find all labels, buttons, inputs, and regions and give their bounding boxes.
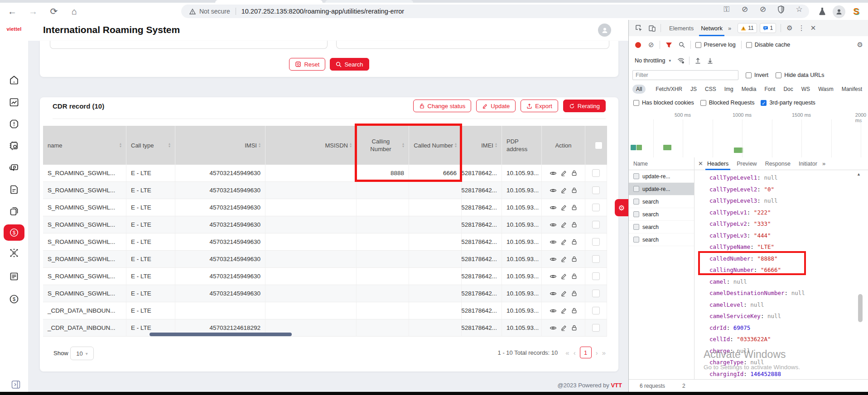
- edit-icon[interactable]: [560, 238, 567, 245]
- payload-line[interactable]: callTypeName: "LTE": [709, 241, 774, 253]
- document-nav-icon[interactable]: [9, 184, 19, 195]
- row-checkbox[interactable]: [592, 221, 600, 228]
- filter-chip-doc[interactable]: Doc: [780, 85, 796, 94]
- cell-check[interactable]: [585, 251, 607, 267]
- payload-line[interactable]: callTypeLv1: "222": [709, 207, 771, 219]
- view-icon[interactable]: [550, 256, 557, 263]
- view-icon[interactable]: [550, 273, 557, 280]
- sort-icon[interactable]: ▴▾: [259, 143, 260, 148]
- report-list-nav-icon[interactable]: [9, 271, 19, 282]
- table-row[interactable]: S_ROAMING_SGWHL...E - LTE457032145949630…: [43, 268, 607, 285]
- cell-check[interactable]: [585, 233, 607, 250]
- filter-chip-manifest[interactable]: Manifest: [838, 85, 866, 94]
- view-icon[interactable]: [550, 238, 557, 246]
- column-header-check[interactable]: [585, 126, 607, 165]
- cell-action[interactable]: [542, 302, 585, 319]
- browser-profile-icon[interactable]: [833, 5, 845, 18]
- payload-line[interactable]: camel: null: [709, 276, 747, 288]
- filter-chip-img[interactable]: Img: [721, 85, 737, 94]
- back-icon[interactable]: ←: [7, 6, 18, 17]
- tab-preview[interactable]: Preview: [733, 157, 761, 170]
- requests-column-header[interactable]: Name: [629, 157, 694, 170]
- export-button[interactable]: Export: [521, 100, 558, 112]
- close-details-icon[interactable]: ✕: [698, 160, 703, 167]
- flask-icon[interactable]: [818, 7, 829, 18]
- cell-action[interactable]: [542, 268, 585, 285]
- refresh-icon[interactable]: ⟳: [48, 6, 59, 17]
- table-row[interactable]: S_ROAMING_SGWHL...E - LTE457032145949630…: [43, 285, 607, 302]
- column-header-call_type[interactable]: Call type▴▾: [126, 126, 175, 165]
- table-row[interactable]: S_ROAMING_SGWHL...E - LTE457032145949630…: [43, 165, 607, 182]
- zoom-out-icon[interactable]: ⊘︎: [739, 4, 750, 15]
- invert-checkbox[interactable]: [746, 72, 752, 78]
- alert-nav-icon[interactable]: [9, 119, 19, 129]
- request-row[interactable]: update-re...: [629, 183, 694, 195]
- filter-chip-js[interactable]: JS: [687, 85, 700, 94]
- view-icon[interactable]: [550, 324, 557, 332]
- column-header-pdp[interactable]: PDP address: [502, 126, 542, 165]
- column-header-calling[interactable]: Calling Number▴▾: [357, 126, 409, 165]
- devtools-settings-icon[interactable]: ⚙: [786, 24, 792, 32]
- cell-check[interactable]: [585, 285, 607, 302]
- first-page-icon[interactable]: «: [565, 349, 569, 357]
- sort-icon[interactable]: ▴▾: [350, 143, 352, 148]
- last-page-icon[interactable]: »: [602, 349, 606, 357]
- lock-icon[interactable]: [571, 307, 578, 314]
- cell-action[interactable]: [542, 182, 585, 199]
- network-settings-icon[interactable]: ⚙: [857, 41, 863, 49]
- prev-page-icon[interactable]: ‹: [574, 349, 576, 357]
- request-row[interactable]: search: [629, 195, 694, 208]
- view-icon[interactable]: [550, 221, 557, 228]
- row-checkbox[interactable]: [592, 272, 600, 280]
- edit-icon[interactable]: [560, 204, 567, 211]
- column-header-name[interactable]: name▴▾: [43, 126, 126, 165]
- device-toolbar-icon[interactable]: [648, 24, 656, 32]
- edit-icon[interactable]: [560, 170, 567, 176]
- network-nodes-nav-icon[interactable]: [9, 247, 19, 258]
- table-row[interactable]: S_ROAMING_SGWHL...E - LTE457032145949630…: [43, 199, 607, 216]
- throttling-select[interactable]: No throttling: [635, 57, 665, 64]
- payload-line-highlighted[interactable]: callingNumber: "6666": [709, 264, 781, 276]
- request-row[interactable]: search: [629, 233, 694, 246]
- tab-response[interactable]: Response: [761, 157, 795, 170]
- payload-line[interactable]: camelDestinationNumber: null: [709, 287, 805, 299]
- dollar-circle-nav-icon[interactable]: $: [9, 294, 19, 305]
- tab-headers[interactable]: Headers: [703, 157, 733, 170]
- lock-icon[interactable]: [571, 238, 578, 245]
- search-field-2[interactable]: [336, 41, 609, 49]
- home-nav-icon[interactable]: [9, 75, 19, 86]
- column-header-action[interactable]: Action: [542, 126, 585, 165]
- row-checkbox[interactable]: [592, 186, 600, 194]
- table-row[interactable]: S_ROAMING_SGWHL...E - LTE457032145949630…: [43, 182, 607, 199]
- edit-icon[interactable]: [560, 221, 567, 228]
- view-icon[interactable]: [550, 204, 557, 211]
- payload-line-highlighted[interactable]: calledNumber: "8888": [709, 253, 778, 265]
- reset-button[interactable]: Reset: [289, 58, 325, 71]
- cell-action[interactable]: [542, 165, 585, 181]
- cell-check[interactable]: [585, 216, 607, 233]
- collapse-sidebar-icon[interactable]: [11, 380, 22, 390]
- payload-line[interactable]: camelLevel: null: [709, 299, 764, 311]
- cell-action[interactable]: [542, 251, 585, 267]
- payload-line[interactable]: charge: null: [709, 345, 750, 357]
- tab-initiator[interactable]: Initiator: [795, 157, 821, 170]
- row-checkbox[interactable]: [592, 307, 600, 314]
- filter-chip-all[interactable]: All: [632, 85, 646, 94]
- filter-chip-media[interactable]: Media: [738, 85, 760, 94]
- payload-line[interactable]: cdrId: 69075: [709, 322, 750, 334]
- edit-icon[interactable]: [560, 324, 567, 331]
- third-party-checkbox[interactable]: ✓: [761, 100, 767, 106]
- table-row[interactable]: S_ROAMING_SGWHL...E - LTE457032145949630…: [43, 251, 607, 268]
- row-checkbox[interactable]: [592, 290, 600, 297]
- hide-data-urls-checkbox[interactable]: [776, 72, 781, 78]
- more-detail-tabs-icon[interactable]: »: [822, 160, 825, 167]
- cell-check[interactable]: [585, 199, 607, 216]
- home-icon[interactable]: ⌂: [69, 6, 80, 17]
- cell-check[interactable]: [585, 302, 607, 319]
- filter-funnel-icon[interactable]: [665, 42, 672, 48]
- filter-chip-fetchxhr[interactable]: Fetch/XHR: [652, 85, 686, 94]
- search-button[interactable]: Search: [330, 58, 369, 71]
- page-size-select[interactable]: 10 ▾: [70, 347, 94, 360]
- edit-icon[interactable]: [560, 187, 567, 194]
- current-page[interactable]: 1: [580, 347, 592, 358]
